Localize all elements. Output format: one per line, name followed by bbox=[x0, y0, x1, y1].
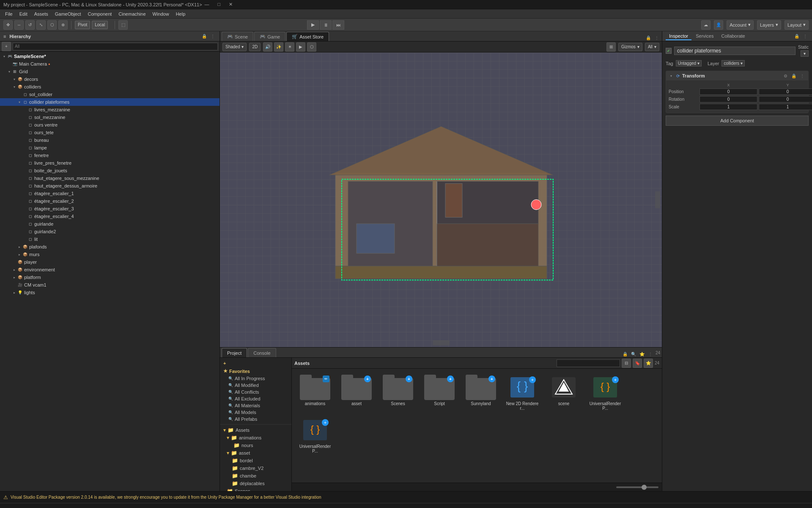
tool-move[interactable]: ↔ bbox=[14, 20, 24, 30]
tree-item-grid[interactable]: ▾ ⊞ Grid bbox=[0, 68, 219, 75]
tree-item-ourstete[interactable]: ◻ ours_tete bbox=[0, 129, 219, 136]
account-dropdown[interactable]: Account ▾ bbox=[727, 20, 754, 30]
folder-deplacables[interactable]: 📁 déplacables bbox=[220, 480, 291, 487]
transform-settings-btn[interactable]: ⚙ bbox=[782, 72, 789, 79]
asset-new2d[interactable]: { } + New 2D Renderer... bbox=[503, 373, 541, 412]
tree-item-livrepres[interactable]: ◻ livre_pres_fenetre bbox=[0, 159, 219, 167]
layer-dropdown[interactable]: colliders ▾ bbox=[721, 60, 744, 66]
tool-rotate[interactable]: ↺ bbox=[25, 20, 35, 30]
tree-item-lit[interactable]: ◻ lit bbox=[0, 235, 219, 243]
hierarchy-lock[interactable]: 🔒 bbox=[201, 33, 208, 40]
scene-sky-btn[interactable]: ☀ bbox=[285, 42, 294, 52]
tab-project[interactable]: Project bbox=[222, 348, 247, 357]
folder-chambe[interactable]: 📁 chambe bbox=[220, 472, 291, 480]
cloud-btn[interactable]: 👤 bbox=[714, 20, 723, 30]
menu-component[interactable]: Component bbox=[84, 11, 115, 17]
inspector-tab-services[interactable]: Services bbox=[692, 33, 717, 40]
menu-window[interactable]: Window bbox=[149, 11, 173, 17]
fav-allconflicts[interactable]: 🔍 All Conflicts bbox=[220, 389, 291, 395]
scene-audio-btn[interactable]: 🔊 bbox=[263, 42, 272, 52]
tool-transform[interactable]: ⊕ bbox=[58, 20, 68, 30]
inspector-active-checkbox[interactable]: ✓ bbox=[666, 48, 672, 54]
pivot-button[interactable]: Pivot bbox=[75, 21, 90, 29]
asset-script[interactable]: + Script bbox=[420, 373, 458, 412]
tree-item-murs[interactable]: ▸ 📦 murs bbox=[0, 251, 219, 258]
folder-asset[interactable]: ▾ 📁 asset bbox=[220, 449, 291, 457]
tree-item-etagere2[interactable]: ◻ étagère_escalier_2 bbox=[0, 197, 219, 205]
layers-dropdown[interactable]: Layers ▾ bbox=[757, 20, 781, 30]
fav-allprefabs[interactable]: 🔍 All Prefabs bbox=[220, 416, 291, 422]
transform-rotation-y[interactable] bbox=[759, 96, 812, 102]
inspector-tab-collaborate[interactable]: Collaborate bbox=[718, 33, 748, 40]
fav-allmodels[interactable]: 🔍 All Models bbox=[220, 409, 291, 416]
scene-tab-scene[interactable]: 🎮 Scene bbox=[222, 32, 253, 41]
zoom-slider[interactable] bbox=[616, 486, 658, 488]
menu-help[interactable]: Help bbox=[173, 11, 189, 17]
folder-animations[interactable]: ▾ 📁 animations bbox=[220, 434, 291, 442]
scene-nav-btn[interactable]: ⬡ bbox=[307, 42, 316, 52]
hierarchy-add[interactable]: + bbox=[2, 42, 11, 51]
menu-gameobject[interactable]: GameObject bbox=[52, 11, 85, 17]
inspector-static-btn[interactable]: ▾ bbox=[801, 50, 809, 57]
asset-scene[interactable]: scene bbox=[545, 373, 583, 412]
tree-item-fenetre[interactable]: ◻ fenetre bbox=[0, 152, 219, 159]
minimize-btn[interactable]: — bbox=[202, 2, 212, 7]
tree-item-oursventre[interactable]: ◻ ours ventre bbox=[0, 121, 219, 129]
assets-root-folder[interactable]: ▾ 📁 Assets bbox=[220, 426, 291, 434]
transform-lock-btn[interactable]: 🔒 bbox=[790, 72, 797, 79]
tool-scale[interactable]: ⤡ bbox=[36, 20, 46, 30]
tree-item-environnement[interactable]: ▸ 📦 environnement bbox=[0, 266, 219, 273]
tab-console[interactable]: Console bbox=[248, 348, 276, 357]
scene-lock-btn[interactable]: 🔒 bbox=[645, 34, 652, 41]
project-add-btn[interactable]: + bbox=[220, 359, 291, 367]
asset-asset[interactable]: + asset bbox=[337, 373, 376, 412]
inspector-obj-name-input[interactable] bbox=[674, 47, 796, 55]
menu-edit[interactable]: Edit bbox=[16, 11, 31, 17]
tree-item-etagere1[interactable]: ◻ étagère_escalier_1 bbox=[0, 190, 219, 197]
transform-rotation-x[interactable] bbox=[700, 96, 757, 102]
hierarchy-search[interactable] bbox=[13, 43, 218, 50]
scene-fx-btn[interactable]: ✨ bbox=[274, 42, 283, 52]
asset-sunnyland[interactable]: + Sunnyland bbox=[462, 373, 500, 412]
tree-item-bureau[interactable]: ◻ bureau bbox=[0, 136, 219, 144]
asset-urp1[interactable]: { } + UniversalRenderP... bbox=[586, 373, 624, 412]
transform-position-x[interactable] bbox=[700, 88, 757, 95]
add-component-button[interactable]: Add Component bbox=[666, 116, 809, 126]
play-button[interactable]: ▶ bbox=[307, 20, 319, 30]
transform-scale-x[interactable] bbox=[700, 104, 757, 110]
maximize-btn[interactable]: □ bbox=[215, 2, 223, 7]
assets-star-btn[interactable]: ⭐ bbox=[644, 359, 653, 368]
tree-item-player[interactable]: 📦 player bbox=[0, 258, 219, 266]
tree-item-etagere4[interactable]: ◻ étagère_escalier_4 bbox=[0, 213, 219, 220]
assets-search-input[interactable] bbox=[557, 359, 620, 367]
folder-scenes[interactable]: 📁 Scenes bbox=[220, 487, 291, 491]
tree-item-livresmezzanine[interactable]: ◻ livres_mezzanine bbox=[0, 106, 219, 113]
fav-allmaterials[interactable]: 🔍 All Materials bbox=[220, 402, 291, 409]
scroll-indicator-v[interactable] bbox=[655, 191, 660, 208]
asset-urp2[interactable]: { } + UniversalRenderP... bbox=[296, 416, 334, 455]
all-dropdown[interactable]: All ▾ bbox=[645, 43, 659, 51]
tree-item-cmvcam1[interactable]: 🎥 CM vcam1 bbox=[0, 281, 219, 289]
shading-dropdown[interactable]: Shaded ▾ bbox=[222, 43, 247, 51]
tool-rect[interactable]: ⬡ bbox=[47, 20, 57, 30]
scene-view[interactable] bbox=[220, 52, 662, 347]
tree-item-colliderplateformes[interactable]: ▾ ◻ collider plateformes bbox=[0, 98, 219, 106]
tree-item-solmezzanine[interactable]: ◻ sol_mezzanine bbox=[0, 113, 219, 121]
collab-btn[interactable]: ☁ bbox=[701, 20, 710, 30]
tool-extra1[interactable]: ⬚ bbox=[118, 20, 128, 30]
local-button[interactable]: Local bbox=[92, 21, 108, 29]
tag-dropdown[interactable]: Untagged ▾ bbox=[676, 60, 702, 66]
tree-item-lights[interactable]: ▸ 💡 lights bbox=[0, 289, 219, 296]
transform-position-y[interactable] bbox=[759, 88, 812, 95]
layout-dropdown[interactable]: Layout ▾ bbox=[785, 20, 809, 30]
menu-file[interactable]: File bbox=[2, 11, 16, 17]
fav-allmodified[interactable]: 🔍 All Modified bbox=[220, 382, 291, 389]
gizmos-dropdown[interactable]: Gizmos ▾ bbox=[618, 43, 642, 51]
favorites-header[interactable]: ★ Favorites bbox=[220, 367, 291, 375]
tree-item-decors[interactable]: ▾ 📦 decors bbox=[0, 75, 219, 83]
tree-item-platform[interactable]: ▸ 📦 platform bbox=[0, 273, 219, 281]
tree-item-hautetagere1[interactable]: ◻ haut_etagere_sous_mezzanine bbox=[0, 174, 219, 182]
tree-item-hautetagere2[interactable]: ◻ haut_etagere_dessus_armoire bbox=[0, 182, 219, 190]
zoom-slider-thumb[interactable] bbox=[642, 485, 647, 490]
fav-allinprogress[interactable]: 🔍 All In Progress bbox=[220, 375, 291, 382]
